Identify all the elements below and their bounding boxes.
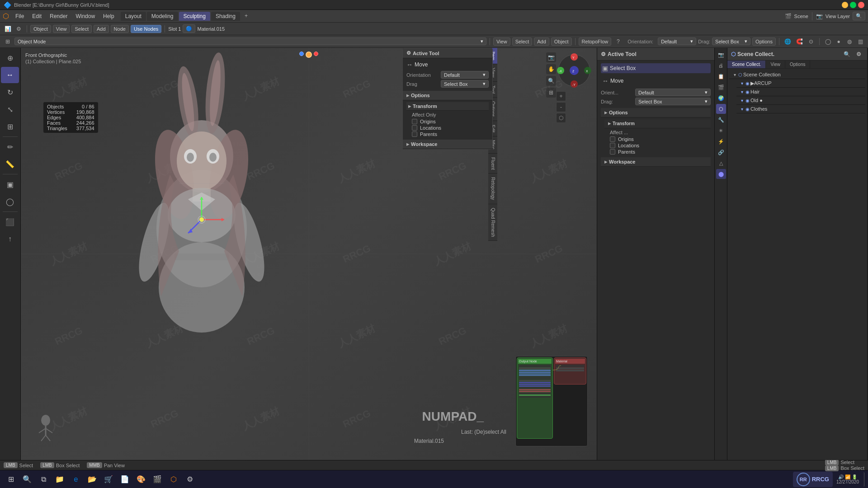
rendered-icon[interactable]: ▥ (855, 37, 865, 47)
scene-props-icon[interactable]: 🎬 (716, 82, 726, 92)
node-btn[interactable]: Node (111, 25, 129, 33)
material-preview-icon[interactable]: ◍ (844, 37, 854, 47)
right-drag-dropdown[interactable]: Select Box ▾ (635, 98, 711, 105)
move-item[interactable]: ↔ Move (601, 76, 711, 86)
outliner-arcup[interactable]: ▾ ◉ ▶ARCUP (736, 79, 865, 88)
properties-icon[interactable]: ⚙ (14, 24, 24, 34)
store-icon[interactable]: 🛒 (101, 472, 116, 487)
nav-gizmo[interactable]: Y -Y -X X Z (556, 52, 592, 89)
retopoflow-btn[interactable]: RetopoFlow (579, 38, 612, 46)
object-mode-icon[interactable]: ⊞ (3, 37, 13, 47)
outliner-old[interactable]: ▾ ◉ Old ● (736, 96, 865, 105)
box-select-tool[interactable]: ▣ (1, 176, 19, 192)
right-parents-checkbox[interactable] (610, 149, 615, 155)
physics-props-icon[interactable]: ⚡ (716, 136, 726, 146)
task-view-icon[interactable]: ⧉ (36, 472, 51, 487)
proportional-icon[interactable]: ⊙ (806, 37, 816, 47)
object-props-icon[interactable]: ⬡ (716, 104, 726, 114)
view-btn[interactable]: View (53, 25, 70, 33)
locations-checkbox[interactable] (412, 125, 417, 131)
right-origins-checkbox[interactable] (610, 136, 615, 142)
menu-render[interactable]: Render (46, 12, 71, 20)
extrude-tool[interactable]: ↑ (1, 231, 19, 247)
snap-icon[interactable]: 🧲 (794, 37, 804, 47)
transform-tool[interactable]: ⊞ (1, 118, 19, 135)
use-nodes-btn[interactable]: Use Nodes (131, 25, 161, 33)
add-btn[interactable]: Add (94, 25, 109, 33)
help-icon[interactable]: ? (613, 37, 623, 47)
filter-icon[interactable]: ⚙ (854, 49, 863, 59)
drag-dropdown[interactable]: Select Box ▾ (712, 38, 750, 45)
right-orient-dropdown[interactable]: Default ▾ (635, 89, 711, 96)
start-button[interactable]: ⊞ (4, 472, 18, 487)
right-workspace-header[interactable]: ▶ Workspace (601, 157, 711, 167)
side-tab-retopology[interactable]: Retopology (488, 174, 497, 204)
render-props-icon[interactable]: 📷 (716, 50, 726, 60)
tab-shading[interactable]: Shading (211, 12, 240, 21)
rp-tab-view[interactable]: View (766, 61, 785, 68)
minimize-button[interactable] (842, 2, 848, 8)
menu-file[interactable]: File (12, 12, 28, 20)
tab-sculpting[interactable]: Sculpting (179, 12, 210, 21)
grid-icon[interactable]: ⊞ (546, 88, 556, 98)
transform-subsection-header[interactable]: ▶ Transform (406, 102, 489, 111)
options-panel-header[interactable]: ▶ Options (403, 91, 492, 100)
orientation-dropdown[interactable]: Default ▾ (658, 38, 696, 45)
parents-checkbox[interactable] (412, 131, 417, 137)
menu-edit[interactable]: Edit (28, 12, 45, 20)
zoom-in-icon[interactable]: + (556, 91, 566, 101)
show-desktop-icon[interactable] (863, 472, 864, 487)
object-btn[interactable]: Object (30, 25, 51, 33)
right-transform-header[interactable]: ▶ Transform (604, 119, 711, 128)
right-options-header[interactable]: ▶ Options (601, 108, 711, 117)
tab-layout[interactable]: Layout (121, 12, 146, 21)
view-layer-props-icon[interactable]: 📋 (716, 71, 726, 81)
search-viewport-icon[interactable]: 🔍 (546, 76, 556, 86)
select-box-item[interactable]: ▣ Select Box (601, 63, 711, 73)
local-view-icon[interactable]: ⬡ (556, 113, 566, 123)
select-mode-btn[interactable]: Select (512, 38, 533, 46)
output-props-icon[interactable]: 🖨 (716, 61, 726, 70)
tab-modeling[interactable]: Modeling (147, 12, 178, 21)
origins-checkbox[interactable] (412, 119, 417, 124)
object-mode-dropdown[interactable]: Object Mode ▾ (14, 38, 486, 45)
outliner-hair[interactable]: ▾ ◉ Hair (736, 88, 865, 96)
view-mode-btn[interactable]: View (493, 38, 510, 46)
data-props-icon[interactable]: △ (716, 158, 726, 168)
collection-search-icon[interactable]: 🔍 (842, 49, 852, 59)
wireframe-icon[interactable]: ◯ (823, 37, 833, 47)
active-tool-panel-header[interactable]: ⚙ Active Tool (403, 48, 492, 58)
menu-window[interactable]: Window (72, 12, 99, 20)
cursor-tool[interactable]: ⊕ (1, 50, 19, 66)
hand-icon[interactable]: ✋ (546, 64, 556, 74)
editor-type-icon[interactable]: 📊 (3, 24, 13, 34)
node-editor-mini[interactable]: Output Node (515, 356, 588, 446)
workspace-panel-header[interactable]: ▶ Workspace (403, 140, 492, 149)
add-cube-tool[interactable]: ⬛ (1, 214, 19, 230)
side-tab-quadremesh[interactable]: Quad Remesh (488, 204, 497, 241)
file-explorer-icon[interactable]: 📁 (52, 472, 67, 487)
blender-taskbar-icon[interactable]: ⬡ (166, 472, 181, 487)
global-icon[interactable]: 🌐 (783, 37, 793, 47)
select-btn[interactable]: Select (71, 25, 92, 33)
docs-icon[interactable]: 📄 (118, 472, 132, 487)
options-btn[interactable]: Options (752, 38, 776, 46)
particle-props-icon[interactable]: ✳ (716, 126, 726, 136)
add-mode-btn[interactable]: Add (534, 38, 549, 46)
modifier-props-icon[interactable]: 🔧 (716, 115, 726, 125)
material-props-icon[interactable]: ⬤ (716, 169, 726, 179)
object-mode-btn[interactable]: Object (551, 38, 572, 46)
zoom-out-icon[interactable]: - (556, 102, 566, 112)
menu-help[interactable]: Help (99, 12, 118, 20)
close-button[interactable] (858, 2, 864, 8)
viewport-3d[interactable]: 人人素材 RRCG 人人素材 RRCG 人人素材 RRCG RRCG 人人素材 … (21, 48, 597, 460)
edge-icon[interactable]: e (69, 472, 83, 487)
paint-icon[interactable]: 🎨 (134, 472, 148, 487)
rp-tab-options[interactable]: Options (785, 61, 810, 68)
side-tab-fluent[interactable]: Fluent (488, 154, 497, 174)
settings-icon[interactable]: ⚙ (183, 472, 197, 487)
outliner-clothes[interactable]: ▾ ◉ Clothes (736, 105, 865, 113)
material-icon[interactable]: 🔵 (183, 24, 195, 33)
search-button[interactable]: 🔍 (853, 12, 865, 20)
circle-select-tool[interactable]: ◯ (1, 193, 19, 210)
